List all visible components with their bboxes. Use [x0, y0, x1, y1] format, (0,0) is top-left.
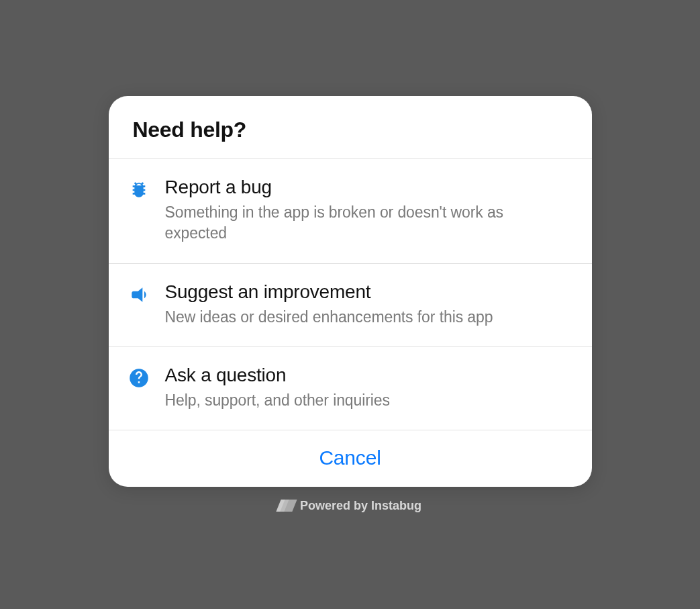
cancel-button[interactable]: Cancel	[109, 430, 592, 487]
question-icon	[128, 367, 150, 389]
option-description: New ideas or desired enhancements for th…	[165, 307, 568, 328]
option-ask-question[interactable]: Ask a question Help, support, and other …	[109, 347, 592, 430]
footer-text: Powered by Instabug	[300, 499, 421, 513]
megaphone-icon	[128, 283, 150, 306]
option-title: Suggest an improvement	[165, 281, 568, 303]
cancel-label: Cancel	[319, 447, 381, 469]
option-content: Ask a question Help, support, and other …	[165, 365, 568, 411]
svg-rect-0	[138, 187, 140, 194]
option-suggest-improvement[interactable]: Suggest an improvement New ideas or desi…	[109, 264, 592, 347]
bug-icon	[128, 179, 150, 201]
modal-header: Need help?	[109, 96, 592, 159]
option-description: Something in the app is broken or doesn'…	[165, 202, 568, 244]
powered-by-footer: Powered by Instabug	[279, 499, 421, 513]
help-modal: Need help? Report a bug Something in the…	[109, 96, 592, 486]
modal-title: Need help?	[133, 118, 568, 142]
instabug-logo-icon	[279, 500, 293, 512]
option-title: Ask a question	[165, 365, 568, 386]
option-content: Suggest an improvement New ideas or desi…	[165, 281, 568, 328]
option-content: Report a bug Something in the app is bro…	[165, 177, 568, 244]
option-title: Report a bug	[165, 177, 568, 198]
option-report-bug[interactable]: Report a bug Something in the app is bro…	[109, 159, 592, 263]
option-description: Help, support, and other inquiries	[165, 390, 568, 411]
